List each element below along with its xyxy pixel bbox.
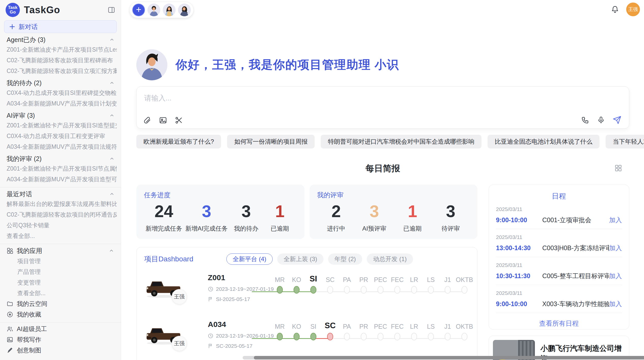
layout-grid-icon[interactable]: [614, 164, 622, 172]
sidebar-item-cloud-space[interactable]: 我的云空间: [4, 298, 117, 309]
microphone-icon[interactable]: [597, 116, 605, 124]
horizontal-scrollbar-thumb[interactable]: [254, 356, 644, 359]
message-composer[interactable]: 请输入...: [136, 86, 629, 129]
sidebar-task-item[interactable]: Z001-全新燃油轻卡产品开发项目SI节点属性5D文件评审: [4, 163, 117, 174]
milestone-step[interactable]: OKTB: [456, 321, 473, 340]
sidebar-item-favorites[interactable]: 我的收藏: [4, 309, 117, 320]
sidebar-task-item[interactable]: A034-全新新能源MUV产品开发项目法规符合性评审: [4, 141, 117, 152]
horizontal-scrollbar-track[interactable]: [243, 356, 644, 359]
project-row: 王强A0342023-12-19~2026-01-19SC-2025-05-17…: [144, 320, 470, 358]
sidebar-task-item[interactable]: Z001-全新燃油皮卡产品开发项目SI节点Lesson Learn报告: [4, 44, 117, 55]
milestone-step[interactable]: J1: [439, 321, 456, 340]
section-header[interactable]: 我的待办 (2): [4, 78, 117, 87]
milestone-step[interactable]: KO: [288, 274, 305, 294]
user-avatar[interactable]: 王强: [626, 3, 640, 16]
dashboard-tab[interactable]: 年型 (2): [328, 253, 362, 265]
section-header[interactable]: 我的评审 (2): [4, 154, 117, 163]
sidebar-item-drawing[interactable]: 创意制图: [4, 345, 117, 356]
app-title: TaskGo: [24, 5, 60, 16]
suggestion-chip[interactable]: 如何写一份清晰的项目周报: [227, 135, 315, 148]
dashboard-tab[interactable]: 全新上装 (3): [277, 253, 324, 265]
dashboard-tab[interactable]: 全新平台 (4): [226, 253, 273, 265]
image-upload-icon[interactable]: [159, 116, 167, 124]
sidebar-task-item[interactable]: Z001-全新燃油轻卡产品开发项目SI造型提交物评审: [4, 120, 117, 131]
scissors-icon[interactable]: [175, 116, 183, 124]
star-badge-icon: [7, 311, 13, 318]
agent-avatar-1[interactable]: [148, 4, 160, 16]
notification-bell-icon[interactable]: [611, 5, 619, 13]
add-agent-button[interactable]: +: [132, 4, 145, 16]
milestone-step[interactable]: FEC: [389, 321, 406, 340]
milestone-step[interactable]: MR: [271, 274, 288, 294]
milestone-step[interactable]: MR: [271, 321, 288, 340]
milestone-step[interactable]: FEC: [389, 274, 406, 294]
milestone-step[interactable]: LR: [406, 321, 422, 340]
recent-chat-item[interactable]: C02-飞腾新能源轻客改款项目的闭环通告反馈情况: [4, 209, 117, 220]
milestone-step[interactable]: PEC: [372, 321, 389, 340]
join-button[interactable]: 加入: [609, 216, 622, 224]
join-button[interactable]: 加入: [609, 272, 622, 280]
milestone-step[interactable]: LS: [422, 321, 439, 340]
milestone-step[interactable]: SI: [305, 274, 322, 294]
my-apps-item[interactable]: 产品管理: [4, 266, 117, 277]
sidebar-task-item[interactable]: C02-飞腾新能源轻客改款项目立项汇报方案: [4, 66, 117, 76]
composer-placeholder: 请输入...: [144, 93, 171, 103]
paperclip-icon[interactable]: [143, 116, 151, 124]
sidebar-task-item[interactable]: C0X4-动力总成开发项目工程变更评审: [4, 131, 117, 141]
divider: [0, 187, 121, 187]
recent-chat-item[interactable]: 公司Q3轻卡销量: [4, 220, 117, 231]
my-apps-header[interactable]: 我的应用: [4, 246, 117, 256]
milestone-step[interactable]: PA: [339, 321, 355, 340]
milestone-label: PR: [359, 274, 368, 286]
milestone-step[interactable]: OKTB: [456, 274, 473, 294]
stat-label: 我的待办: [231, 224, 261, 233]
sidebar-task-item[interactable]: C02-飞腾新能源轻客改款项目里程碑画布: [4, 55, 117, 66]
my-apps-item[interactable]: 查看全部...: [4, 288, 117, 298]
milestone-step[interactable]: KO: [288, 321, 305, 340]
my-apps-item[interactable]: 变更管理: [4, 277, 117, 288]
suggestion-chip[interactable]: 特朗普可能对进口汽车增税会对中国车企造成哪些影响: [321, 135, 481, 148]
sidebar-task-item[interactable]: A034-全新新能源MUV产品开发项目计划变更表编写: [4, 98, 117, 109]
schedule-view-all[interactable]: 查看所有日程: [496, 319, 622, 328]
milestone-step[interactable]: SC: [322, 321, 339, 340]
flag-icon: [208, 343, 213, 349]
milestone-step[interactable]: J1: [439, 274, 456, 294]
folder-icon: [7, 301, 13, 307]
dashboard-tab[interactable]: 动总开发 (1): [367, 253, 413, 265]
milestone-connector: [252, 291, 280, 292]
suggestion-chip[interactable]: 当下年轻人对汽车外观有怎样的喜好趋势: [606, 135, 644, 148]
chevron-up-icon: [109, 156, 115, 161]
milestone-node-done: [294, 333, 300, 340]
milestone-step[interactable]: PR: [355, 321, 372, 340]
join-button[interactable]: 加入: [609, 300, 622, 308]
milestone-step[interactable]: LS: [422, 274, 439, 294]
join-button[interactable]: 加入: [609, 244, 622, 252]
stat-label: 新增完成任务: [145, 224, 182, 233]
milestone-step[interactable]: LR: [406, 274, 422, 294]
sidebar-task-item[interactable]: C0X4-动力总成开发项目SI里程碑提交物检查: [4, 87, 117, 98]
recent-chat-item[interactable]: 解释最新出台的欧盟报废车法规再生塑料比例被调至15%...: [4, 199, 117, 209]
suggestion-chip[interactable]: 欧洲新规最近颁布了什么?: [136, 135, 221, 148]
new-chat-button[interactable]: 新对话: [4, 20, 117, 33]
section-header[interactable]: AI评审 (3): [4, 111, 117, 120]
schedule-date: 2025/03/11: [496, 206, 622, 212]
milestone-step[interactable]: PR: [355, 274, 372, 294]
milestone-step[interactable]: PEC: [372, 274, 389, 294]
sidebar-task-item[interactable]: A034-全新新能源MUV产品开发项目造型可行性评审: [4, 174, 117, 185]
phone-icon[interactable]: [581, 116, 589, 124]
agent-avatar-3[interactable]: [178, 4, 191, 16]
agent-avatar-2[interactable]: [163, 4, 175, 16]
sidebar-item-ai-staff[interactable]: AI超级员工: [4, 324, 117, 334]
section-header[interactable]: Agent已办 (3): [4, 35, 117, 44]
milestone-step[interactable]: PA: [339, 274, 355, 294]
stat-item: 1已逾期: [265, 202, 295, 233]
send-icon[interactable]: [613, 116, 621, 124]
recent-chats-header[interactable]: 最近对话: [4, 189, 117, 199]
suggestion-chip[interactable]: 比亚迪全固态电池计划具体说了什么: [488, 135, 599, 148]
collapse-sidebar-icon[interactable]: [108, 6, 115, 14]
recent-view-all[interactable]: 查看全部...: [4, 231, 117, 241]
my-apps-item[interactable]: 项目管理: [4, 256, 117, 266]
sidebar-item-writing[interactable]: 帮我写作: [4, 334, 117, 345]
milestone-step[interactable]: SC: [322, 274, 339, 294]
milestone-step[interactable]: SI: [305, 321, 322, 340]
